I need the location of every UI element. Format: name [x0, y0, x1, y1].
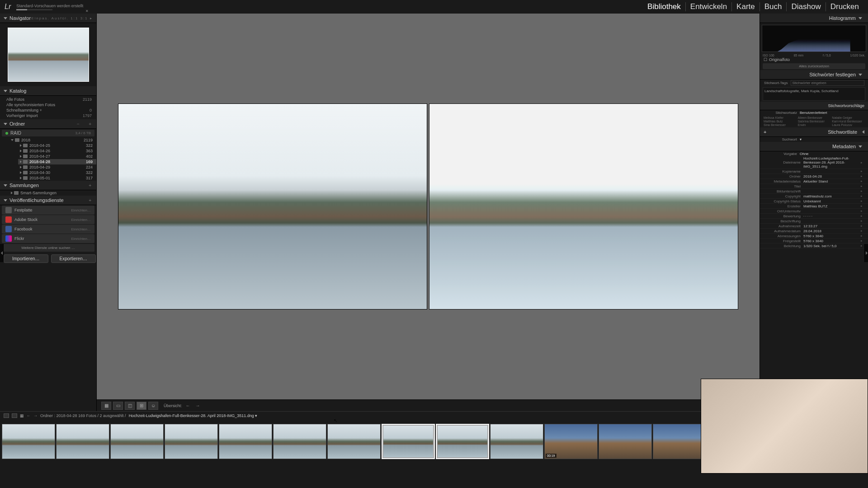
grid-toggle-icon[interactable]: ▦: [20, 413, 24, 418]
folder-item-selected[interactable]: 2018-04-28169: [18, 159, 96, 164]
next-icon[interactable]: →: [33, 413, 38, 418]
folder-item[interactable]: 2018-04-30322: [18, 170, 96, 175]
keyword-set-value[interactable]: Benutzerdefiniert: [800, 111, 864, 115]
publish-service[interactable]: FestplatteEinrichten…: [2, 206, 94, 215]
thumbnail[interactable]: [219, 424, 272, 459]
publish-header[interactable]: Veröffentlichungsdienste +: [0, 196, 96, 205]
publish-add[interactable]: +: [89, 198, 93, 203]
nav-diashow[interactable]: Diashow: [787, 2, 826, 11]
folder-root[interactable]: 20182119: [9, 137, 96, 143]
thumbnail[interactable]: [110, 424, 164, 459]
folder-add-remove[interactable]: − +: [77, 122, 93, 127]
filmstrip-filename[interactable]: Hochzeit-Ludwigshafen-Full-Benkesser-28.…: [129, 413, 258, 418]
prev-icon[interactable]: ←: [27, 413, 31, 418]
metadata-row[interactable]: ErstellerMatthias BUTZ▸: [760, 204, 868, 209]
publish-service[interactable]: FlickrEinrichten…: [2, 234, 94, 243]
chevron-down-icon: [4, 123, 7, 125]
metadata-row[interactable]: MetadatenstatusAktueller Stand▸: [760, 179, 868, 184]
thumbnail[interactable]: [273, 424, 326, 459]
thumbnail[interactable]: [327, 424, 381, 459]
volume-row[interactable]: RAID 3,4 / 6 TB: [2, 130, 94, 136]
metadata-row[interactable]: Kopiename▸: [760, 169, 868, 174]
nav-drucken[interactable]: Drucken: [826, 2, 863, 11]
metadata-row[interactable]: Freigestellt5760 x 3840▸: [760, 239, 868, 244]
metadata-row[interactable]: Beschriftung▸: [760, 219, 868, 224]
metadata-row[interactable]: DateinameHochzeit-Ludwigshafen-Full-Benk…: [760, 156, 868, 169]
thumbnail[interactable]: [599, 424, 652, 459]
navigator-zoom-modes[interactable]: Einpas. Ausfül. 1:1 3:1 ▸: [31, 16, 93, 20]
compare-image-right[interactable]: [429, 103, 738, 310]
status-close-icon[interactable]: ✕: [85, 9, 89, 13]
keyword-tags-box[interactable]: Landschaftsfotografie, Mark Kupla, Schot…: [763, 87, 865, 101]
metadata-row[interactable]: Bildunterschrift▸: [760, 189, 868, 194]
metadata-row[interactable]: Ordner2018-04-28▸: [760, 174, 868, 179]
folder-item[interactable]: 2018-04-27402: [18, 154, 96, 159]
catalog-row[interactable]: Vorheriger Import1797: [0, 113, 96, 118]
keyword-input[interactable]: [791, 80, 864, 86]
thumbnail[interactable]: [490, 424, 543, 459]
folder-item[interactable]: 2018-04-26363: [18, 148, 96, 154]
thumbnail[interactable]: [165, 424, 218, 459]
thumbnail-selected[interactable]: [436, 424, 489, 459]
view-loupe-button[interactable]: ▭: [113, 402, 123, 410]
metadata-row[interactable]: Bewertung· · · · ·▸: [760, 214, 868, 219]
folder-item[interactable]: 2018-04-25322: [18, 143, 96, 148]
view-people-button[interactable]: ☺: [148, 402, 158, 410]
metadata-preset[interactable]: Ohne: [800, 152, 864, 156]
metadata-row[interactable]: Aufnahmedatum28.04.2018▸: [760, 229, 868, 234]
import-button[interactable]: Importieren…: [4, 254, 48, 263]
metadata-row[interactable]: Ort/Untermotiv▸: [760, 209, 868, 214]
keyword-suggestions-header[interactable]: Stichwortvorschläge: [760, 102, 868, 110]
collections-header[interactable]: Sammlungen +: [0, 181, 96, 190]
nav-buch[interactable]: Buch: [760, 2, 787, 11]
keyword-list-header[interactable]: +Stichwortliste: [760, 127, 868, 137]
metadata-header[interactable]: Metadaten: [760, 142, 868, 151]
right-panel-toggle[interactable]: [864, 244, 868, 262]
main-display-icon[interactable]: [4, 413, 9, 418]
second-display-icon[interactable]: [12, 413, 17, 418]
folder-item[interactable]: 2018-04-29224: [18, 164, 96, 170]
publish-service[interactable]: Adobe StockEinrichten…: [2, 215, 94, 224]
more-services-link[interactable]: Weitere Dienste online suchen …: [2, 244, 94, 252]
left-panel-toggle[interactable]: [0, 244, 4, 262]
catalog-row[interactable]: Schnellsammlung +0: [0, 108, 96, 113]
catalog-row[interactable]: Alle Fotos2119: [0, 97, 96, 102]
view-grid-button[interactable]: ▦: [101, 402, 111, 410]
prev-photo-button[interactable]: ←: [184, 403, 192, 408]
thumbnail-selected[interactable]: [382, 424, 435, 459]
view-compare-button[interactable]: ◫: [125, 402, 135, 410]
navigator-header[interactable]: Navigator Einpas. Ausfül. 1:1 3:1 ▸: [0, 14, 96, 23]
reset-all-button[interactable]: Alles zurücksetzen: [763, 63, 865, 69]
nav-karte[interactable]: Karte: [732, 2, 760, 11]
folder-item[interactable]: 2018-05-01317: [18, 175, 96, 181]
compare-image-left[interactable]: [118, 103, 427, 310]
folders-header[interactable]: Ordner − +: [0, 119, 96, 129]
thumbnail[interactable]: [56, 424, 109, 459]
catalog-header[interactable]: Katalog: [0, 86, 96, 96]
catalog-row[interactable]: Alle synchronisierten Fotos: [0, 102, 96, 108]
thumbnail-video[interactable]: 00:19: [544, 424, 598, 459]
next-photo-button[interactable]: →: [194, 403, 202, 408]
collection-add[interactable]: +: [89, 183, 93, 188]
metadata-row[interactable]: Belichtung1/320 Sek. bei f / 5,0▸: [760, 244, 868, 249]
navigator-image: [8, 28, 89, 82]
export-button[interactable]: Exportieren…: [51, 254, 96, 263]
metadata-row[interactable]: Copyright-StatusUnbekannt▸: [760, 199, 868, 204]
view-survey-button[interactable]: ⊞: [137, 402, 146, 410]
metadata-row[interactable]: Titel▸: [760, 184, 868, 189]
keywords-header[interactable]: Stichwörter festlegen: [760, 70, 868, 80]
histogram-graph[interactable]: [762, 25, 866, 52]
thumbnail[interactable]: [653, 424, 706, 459]
nav-bibliothek[interactable]: Bibliothek: [643, 2, 686, 11]
navigator-preview[interactable]: [0, 23, 96, 86]
smart-collections[interactable]: Smart-Sammlungen: [9, 190, 96, 196]
nav-entwickeln[interactable]: Entwickeln: [686, 2, 732, 11]
publish-service[interactable]: FacebookEinrichten…: [2, 225, 94, 234]
metadata-row[interactable]: Abmessungen5760 x 3840▸: [760, 234, 868, 239]
chevron-right-icon: [20, 166, 22, 169]
metadata-row[interactable]: Copyrightmatthiasbutz.com▸: [760, 194, 868, 199]
metadata-row[interactable]: Aufnahmezeit12:33:27▸: [760, 224, 868, 229]
thumbnail[interactable]: [2, 424, 55, 459]
histogram-header[interactable]: Histogramm: [760, 14, 868, 23]
original-photo-checkbox[interactable]: ☐Originalfoto: [760, 57, 868, 62]
